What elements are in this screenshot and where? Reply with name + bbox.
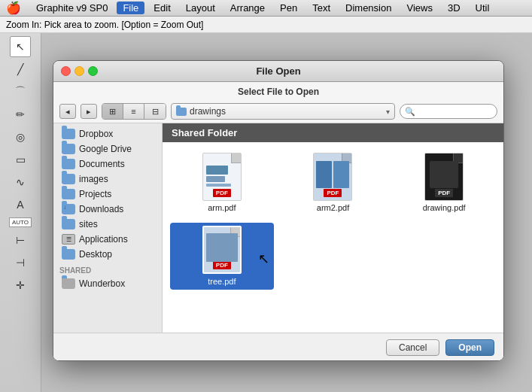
sidebar-label-sites: sites: [79, 219, 98, 229]
tree-pdf-icon: PDF: [202, 226, 242, 274]
dialog-content: Select File to Open ◂ ▸ ⊞ ≡ ⊟ drawings ▾…: [53, 82, 503, 361]
tool-curve[interactable]: ⌒: [10, 81, 31, 102]
folder-dropdown-icon: [176, 108, 187, 116]
tree-pdf-name: tree.pdf: [205, 276, 239, 287]
dropdown-arrow: ▾: [386, 108, 390, 116]
arm2-pdf-content: [316, 161, 349, 188]
arm2-pdf-name: arm2.pdf: [317, 203, 349, 212]
drawing-pdf-label: PDF: [435, 189, 453, 197]
open-button[interactable]: Open: [445, 339, 494, 356]
google-drive-icon: [62, 144, 75, 154]
sidebar-item-desktop[interactable]: Desktop: [56, 247, 160, 262]
cancel-button[interactable]: Cancel: [386, 339, 439, 356]
tree-pdf-label: PDF: [213, 261, 231, 269]
file-open-dialog: File Open Select File to Open ◂ ▸ ⊞ ≡ ⊟ …: [53, 60, 504, 361]
drawing-pdf-content: [430, 161, 458, 188]
arm-pdf-label: PDF: [213, 189, 231, 197]
drawing-pdf-icon: PDF: [424, 153, 464, 201]
sidebar-label-images: images: [79, 174, 108, 184]
sidebar-item-documents[interactable]: Documents: [56, 156, 160, 172]
tool-text[interactable]: A: [10, 194, 31, 215]
main-area: ↖ ╱ ⌒ ✏ ◎ ▭ ∿ A AUTO ⊢ ⊣ ✛ File Open Sel…: [0, 33, 532, 392]
file-item-arm-pdf[interactable]: PDF arm.pdf: [170, 150, 274, 215]
view-column-btn[interactable]: ⊟: [144, 104, 166, 119]
dialog-title: File Open: [256, 65, 300, 77]
arm-pdf-icon: PDF: [202, 153, 242, 201]
file-item-tree-pdf[interactable]: PDF tree.pdf ↖: [170, 223, 274, 290]
arm-pdf-name: arm.pdf: [208, 203, 236, 212]
dialog-buttons: Cancel Open: [53, 333, 503, 361]
applications-icon: ☰: [62, 234, 75, 245]
tool-dimension2[interactable]: ⊣: [10, 252, 31, 273]
sidebar-label-downloads: Downloads: [79, 204, 123, 214]
dropbox-icon: [62, 129, 75, 139]
arm-pdf-lines: [206, 166, 238, 187]
tool-plus[interactable]: ✛: [10, 275, 31, 296]
desktop-icon: [62, 249, 75, 260]
sidebar-item-projects[interactable]: Projects: [56, 187, 160, 202]
cursor-pointer: ↖: [258, 251, 269, 267]
menu-dimension[interactable]: Dimension: [339, 2, 397, 14]
downloads-folder-icon: ↓: [62, 204, 75, 214]
tool-rect[interactable]: ▭: [10, 149, 31, 170]
zoom-text: Zoom In: Pick area to zoom. [Option = Zo…: [6, 20, 203, 30]
apple-menu[interactable]: 🍎: [6, 1, 21, 15]
shared-section-label: SHARED: [53, 262, 162, 276]
menu-views[interactable]: Views: [400, 2, 438, 14]
tool-auto[interactable]: AUTO: [9, 217, 32, 227]
sidebar-item-google-drive[interactable]: Google Drive: [56, 141, 160, 156]
dialog-subtitle: Select File to Open: [53, 82, 503, 100]
tool-dimension1[interactable]: ⊢: [10, 229, 31, 251]
tool-pen[interactable]: ✏: [10, 104, 31, 125]
menu-appname[interactable]: Graphite v9 SP0: [30, 2, 114, 14]
wunderbox-icon: [62, 278, 75, 289]
sidebar: Dropbox Google Drive Documents images: [53, 123, 163, 333]
left-toolbar: ↖ ╱ ⌒ ✏ ◎ ▭ ∿ A AUTO ⊢ ⊣ ✛: [0, 33, 41, 392]
sidebar-label-documents: Documents: [79, 159, 125, 169]
forward-button[interactable]: ▸: [81, 104, 97, 119]
arm2-pdf-icon: PDF: [313, 153, 352, 201]
file-item-drawing-pdf[interactable]: PDF drawing.pdf: [392, 150, 496, 215]
file-grid: PDF arm.pdf PDF: [163, 142, 503, 297]
tool-arrow[interactable]: ↖: [10, 36, 31, 57]
folder-name: drawings: [190, 106, 226, 117]
drawing-pdf-name: drawing.pdf: [423, 203, 466, 212]
view-icon-btn[interactable]: ⊞: [102, 104, 123, 119]
dialog-toolbar: ◂ ▸ ⊞ ≡ ⊟ drawings ▾ 🔍: [53, 100, 503, 123]
menu-layout[interactable]: Layout: [180, 2, 221, 14]
search-box[interactable]: 🔍: [400, 104, 497, 119]
sidebar-item-images[interactable]: images: [56, 172, 160, 187]
menu-edit[interactable]: Edit: [147, 2, 176, 14]
tool-line[interactable]: ╱: [10, 59, 31, 80]
window-buttons: [61, 66, 98, 76]
sidebar-item-sites[interactable]: sites: [56, 217, 160, 232]
back-button[interactable]: ◂: [59, 104, 76, 119]
sidebar-item-wunderbox[interactable]: Wunderbox: [56, 276, 160, 291]
images-icon: [62, 174, 75, 184]
sidebar-item-dropbox[interactable]: Dropbox: [56, 126, 160, 141]
close-button[interactable]: [61, 66, 71, 76]
view-toggle: ⊞ ≡ ⊟: [102, 103, 166, 120]
dialog-titlebar: File Open: [53, 61, 503, 82]
search-icon: 🔍: [405, 107, 415, 117]
menu-pen[interactable]: Pen: [274, 2, 303, 14]
tool-wave[interactable]: ∿: [10, 172, 31, 193]
menu-util[interactable]: Util: [470, 2, 496, 14]
sidebar-label-projects: Projects: [79, 189, 111, 199]
menu-3d[interactable]: 3D: [442, 2, 467, 14]
sidebar-item-applications[interactable]: ☰ Applications: [56, 232, 160, 247]
maximize-button[interactable]: [88, 66, 98, 76]
minimize-button[interactable]: [74, 66, 84, 76]
menubar: 🍎 Graphite v9 SP0 File Edit Layout Arran…: [0, 0, 532, 17]
arm2-pdf-label: PDF: [324, 189, 342, 197]
sidebar-item-downloads[interactable]: ↓ Downloads: [56, 202, 160, 217]
folder-dropdown[interactable]: drawings ▾: [171, 103, 395, 120]
sidebar-label-applications: Applications: [79, 234, 128, 245]
projects-icon: [62, 189, 75, 199]
file-item-arm2-pdf[interactable]: PDF arm2.pdf: [281, 150, 385, 215]
tool-eye[interactable]: ◎: [10, 126, 31, 147]
menu-arrange[interactable]: Arrange: [224, 2, 271, 14]
view-list-btn[interactable]: ≡: [123, 104, 144, 119]
menu-text[interactable]: Text: [306, 2, 336, 14]
menu-file[interactable]: File: [117, 2, 144, 14]
